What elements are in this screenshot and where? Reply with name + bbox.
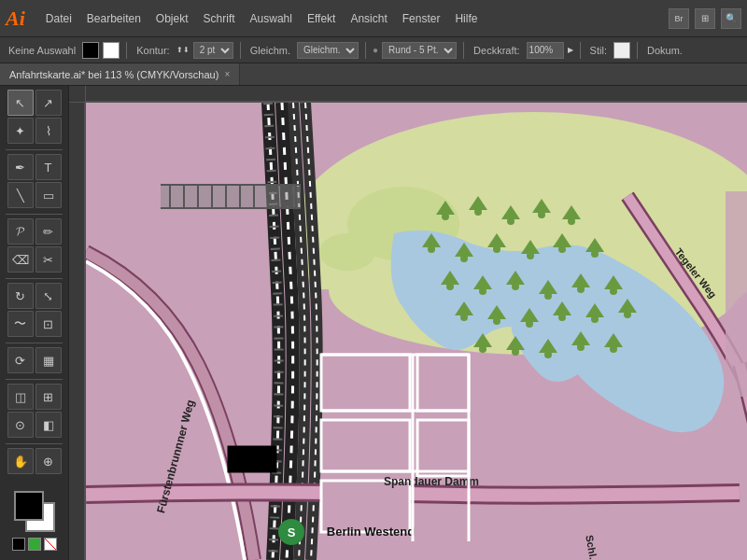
cap-select[interactable]: Rund - 5 Pt. (382, 42, 457, 59)
pencil-tool[interactable]: ✏ (35, 218, 62, 245)
kontur-select[interactable]: 2 pt1 pt3 pt (193, 42, 233, 59)
tool-row-line: ╲ ▭ (2, 182, 66, 208)
svg-rect-90 (161, 185, 301, 208)
svg-point-32 (493, 245, 500, 253)
type-tool[interactable]: T (35, 154, 62, 180)
tool-row-selection: ↖ ↗ (2, 90, 66, 116)
svg-text:S: S (288, 525, 296, 539)
tab-close-button[interactable]: × (224, 69, 230, 79)
tool-row-graph: ⟳ ▦ (2, 347, 66, 373)
toolbar: ↖ ↗ ✦ ⌇ ✒ T ╲ ▭ 𝓟 ✏ ⌫ ✂ ↻ ⤡ 〜 (0, 86, 69, 560)
svg-point-26 (568, 217, 575, 225)
menu-datei[interactable]: Datei (38, 10, 79, 27)
menu-objekt[interactable]: Objekt (148, 10, 196, 27)
tool-row-magic: ✦ ⌇ (2, 118, 66, 144)
eraser-tool[interactable]: ⌫ (7, 246, 34, 273)
svg-rect-15 (417, 420, 469, 476)
selection-tool[interactable]: ↖ (7, 90, 34, 116)
fill-swatch[interactable] (82, 42, 99, 59)
foreground-color[interactable] (14, 491, 44, 521)
none-indicator[interactable] (44, 538, 57, 551)
menu-hilfe[interactable]: Hilfe (447, 10, 485, 27)
symbol-tool[interactable]: ⟳ (7, 347, 34, 373)
menu-schrift[interactable]: Schrift (196, 10, 243, 27)
tool-row-brush: 𝓟 ✏ (2, 218, 66, 245)
pen-tool[interactable]: ✒ (7, 154, 34, 180)
paintbrush-tool[interactable]: 𝓟 (7, 218, 34, 245)
svg-point-18 (442, 213, 449, 220)
svg-rect-0 (86, 86, 747, 103)
color-mode-boxes (6, 538, 63, 551)
svg-rect-11 (321, 355, 410, 411)
menu-fenster[interactable]: Fenster (395, 10, 448, 27)
document-tab[interactable]: Anfahrtskarte.ai* bei 113 % (CMYK/Vorsch… (0, 63, 240, 85)
stil-label: Stil: (587, 45, 610, 56)
rect-tool[interactable]: ▭ (35, 182, 62, 208)
canvas-area[interactable]: U S Fürstenbrunnner Weg Spandauer Damm T… (69, 86, 747, 560)
options-bar: Keine Auswahl Kontur: ⬆⬇ 2 pt1 pt3 pt Gl… (0, 37, 747, 63)
hand-tool[interactable]: ✋ (7, 448, 34, 474)
svg-point-38 (591, 250, 599, 258)
tool-row-gradient: ◫ ⊞ (2, 384, 66, 410)
warp-tool[interactable]: 〜 (7, 311, 34, 337)
scissor-tool[interactable]: ✂ (35, 246, 62, 273)
deckkraft-label: Deckkraft: (471, 45, 523, 56)
color-selector[interactable] (14, 491, 55, 532)
magic-wand-tool[interactable]: ✦ (7, 118, 34, 144)
deckkraft-input[interactable] (527, 42, 564, 59)
tool-row-eraser: ⌫ ✂ (2, 246, 66, 273)
eyedropper-tool[interactable]: ⊙ (7, 412, 34, 438)
svg-rect-2 (69, 103, 86, 560)
line-tool[interactable]: ╲ (7, 182, 34, 208)
main-area: ↖ ↗ ✦ ⌇ ✒ T ╲ ▭ 𝓟 ✏ ⌫ ✂ ↻ ⤡ 〜 (0, 86, 747, 560)
tool-row-hand: ✋ ⊕ (2, 448, 66, 474)
menubar-right-icons: Br ⊞ 🔍 (669, 8, 741, 29)
free-transform-tool[interactable]: ⊡ (35, 311, 62, 337)
stroke-style-select[interactable]: Gleichm. (297, 42, 359, 59)
mesh-tool[interactable]: ⊞ (35, 384, 62, 410)
tool-row-eyedropper: ⊙ ◧ (2, 412, 66, 438)
svg-point-72 (610, 345, 617, 353)
tool-row-pen: ✒ T (2, 154, 66, 180)
svg-point-60 (591, 315, 599, 323)
stroke-style-label: Gleichm. (247, 45, 293, 56)
ruler-left (69, 103, 86, 560)
stroke-indicator[interactable] (28, 538, 41, 551)
svg-point-24 (538, 211, 545, 218)
svg-point-10 (319, 233, 375, 271)
zoom-tool[interactable]: ⊕ (35, 448, 62, 474)
menu-auswahl[interactable]: Auswahl (243, 10, 300, 27)
tool-row-rotate: ↻ ⤡ (2, 283, 66, 309)
map-canvas[interactable]: U S Fürstenbrunnner Weg Spandauer Damm T… (86, 103, 747, 560)
menu-ansicht[interactable]: Ansicht (343, 10, 394, 27)
workspace-icon[interactable]: ⊞ (695, 8, 715, 29)
ruler-top (86, 86, 747, 103)
svg-point-64 (479, 345, 486, 353)
menu-effekt[interactable]: Effekt (300, 10, 343, 27)
svg-rect-12 (321, 420, 410, 471)
gradient-tool[interactable]: ◫ (7, 384, 34, 410)
app-logo: Ai (6, 8, 25, 29)
svg-point-50 (610, 287, 617, 295)
svg-point-48 (577, 286, 585, 293)
stil-swatch[interactable] (613, 42, 630, 59)
svg-point-54 (493, 317, 500, 325)
menu-bearbeiten[interactable]: Bearbeiten (79, 10, 148, 27)
rotate-tool[interactable]: ↻ (7, 283, 34, 309)
svg-text:Berlin Westend: Berlin Westend (327, 525, 415, 539)
tab-title: Anfahrtskarte.ai* bei 113 % (CMYK/Vorsch… (9, 69, 218, 80)
svg-point-46 (544, 292, 552, 300)
stroke-swatch[interactable] (103, 42, 120, 59)
paint-bucket-tool[interactable]: ◧ (35, 412, 62, 438)
svg-point-70 (577, 343, 585, 351)
menu-bar: Ai Datei Bearbeiten Objekt Schrift Auswa… (0, 0, 747, 37)
search-icon[interactable]: 🔍 (721, 8, 741, 29)
svg-point-40 (446, 283, 454, 290)
scale-tool[interactable]: ⤡ (35, 283, 62, 309)
graph-tool[interactable]: ▦ (35, 347, 62, 373)
fill-indicator[interactable] (12, 538, 25, 551)
direct-selection-tool[interactable]: ↗ (35, 90, 62, 116)
svg-point-28 (428, 245, 435, 253)
bridge-icon[interactable]: Br (669, 8, 689, 29)
lasso-tool[interactable]: ⌇ (35, 118, 62, 144)
